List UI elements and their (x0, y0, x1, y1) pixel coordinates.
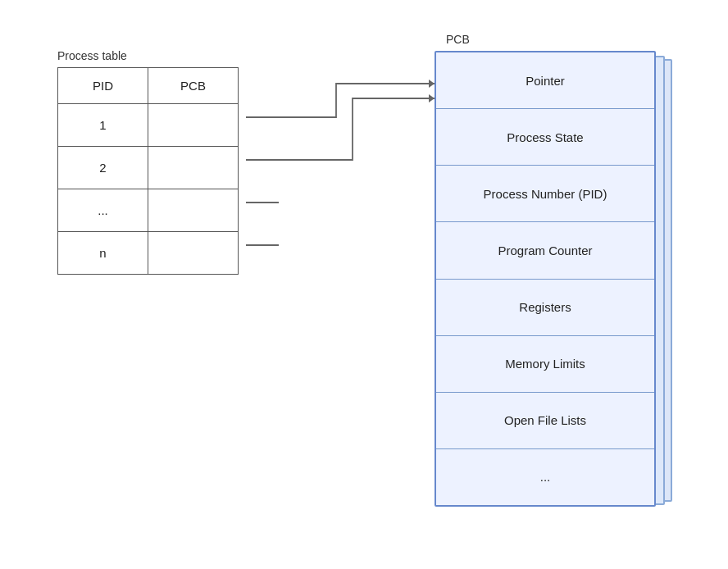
svg-marker-1 (429, 94, 435, 102)
pcb-cell (148, 232, 239, 275)
pcb-cell (148, 189, 239, 232)
pcb-row: Process Number (PID) (436, 166, 654, 222)
col-header-pid: PID (58, 68, 148, 104)
process-table-section: Process table PID PCB 12...n (57, 49, 239, 275)
diagram-container: Process table PID PCB 12...n PCB Pointer… (33, 33, 705, 541)
pid-cell: 2 (58, 147, 148, 189)
pcb-stack: PointerProcess StateProcess Number (PID)… (435, 51, 664, 526)
pcb-label: PCB (446, 33, 664, 46)
process-table: PID PCB 12...n (57, 67, 239, 275)
table-row: n (58, 232, 239, 275)
process-table-label: Process table (57, 49, 239, 62)
pid-cell: 1 (58, 104, 148, 147)
pcb-row: Open File Lists (436, 393, 654, 449)
pcb-row: Registers (436, 280, 654, 336)
pcb-row: Program Counter (436, 222, 654, 279)
svg-marker-0 (429, 80, 435, 88)
col-header-pcb: PCB (148, 68, 239, 104)
table-row: 1 (58, 104, 239, 147)
table-row: ... (58, 189, 239, 232)
table-row: 2 (58, 147, 239, 189)
pcb-row: Pointer (436, 52, 654, 109)
pcb-cell (148, 147, 239, 189)
pcb-row: Process State (436, 109, 654, 166)
pid-cell: ... (58, 189, 148, 232)
pcb-layer-front: PointerProcess StateProcess Number (PID)… (435, 51, 656, 507)
pcb-row: ... (436, 449, 654, 505)
pid-cell: n (58, 232, 148, 275)
pcb-row: Memory Limits (436, 336, 654, 393)
pcb-section: PCB PointerProcess StateProcess Number (… (435, 33, 664, 526)
pcb-cell (148, 104, 239, 147)
